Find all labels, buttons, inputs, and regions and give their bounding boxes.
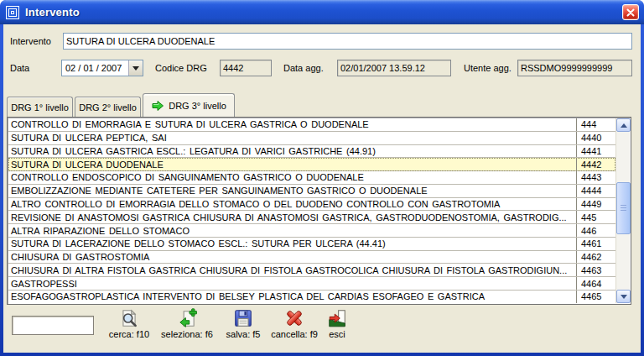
tab-drg-1-livello[interactable]: DRG 1° livello bbox=[7, 97, 73, 117]
data-agg-label: Data agg. bbox=[283, 63, 324, 73]
row-codice: 4461 bbox=[576, 238, 615, 250]
row-codice: 4465 bbox=[576, 291, 615, 303]
titlebar: Intervento bbox=[0, 0, 644, 24]
vertical-scrollbar[interactable] bbox=[615, 118, 630, 303]
row-descrizione: SUTURA DI ULCERA GASTRICA ESCL.: LEGATUR… bbox=[8, 146, 576, 156]
table-row[interactable]: ALTRA RIPARAZIONE DELLO STOMACO 446 bbox=[8, 224, 615, 238]
row-codice: 4443 bbox=[576, 171, 615, 184]
codice-drg-field: 4442 bbox=[220, 60, 272, 76]
table-row[interactable]: CHIUSURA DI ALTRA FISTOLA GASTRICA CHIUS… bbox=[8, 264, 615, 277]
row-descrizione: CONTROLLO ENDOSCOPICO DI SANGUINAMENTO G… bbox=[8, 172, 576, 182]
data-dropdown-button[interactable] bbox=[128, 60, 143, 76]
green-arrow-right-icon bbox=[151, 99, 164, 113]
arrow-down-icon bbox=[621, 295, 627, 299]
esci-button[interactable]: esci bbox=[321, 308, 353, 345]
window-title: Intervento bbox=[25, 6, 80, 18]
row-descrizione: CHIUSURA DI ALTRA FISTOLA GASTRICA CHIUS… bbox=[8, 265, 576, 275]
cancella-button[interactable]: cancella: f9 bbox=[267, 308, 322, 345]
table-row[interactable]: GASTROPESSI 4464 bbox=[8, 277, 615, 291]
exit-icon bbox=[327, 308, 347, 328]
row-descrizione: CHIUSURA DI GASTROSTOMIA bbox=[8, 252, 576, 262]
row-codice: 4441 bbox=[576, 145, 615, 158]
close-icon bbox=[626, 8, 636, 18]
row-descrizione: EMBOLIZZAZIONE MEDIANTE CATETERE PER SAN… bbox=[8, 186, 576, 196]
row-codice: 4442 bbox=[576, 158, 615, 170]
tab-label: DRG 3° livello bbox=[169, 101, 226, 111]
drg-table: CONTROLLO DI EMORRAGIA E SUTURA DI ULCER… bbox=[7, 117, 631, 305]
seleziona-button[interactable]: seleziona: f6 bbox=[158, 308, 216, 345]
select-icon bbox=[177, 308, 197, 328]
codice-drg-label: Codice DRG bbox=[155, 63, 207, 73]
row-descrizione: ALTRO CONTROLLO DI EMORRAGIA DELLO STOMA… bbox=[8, 199, 576, 209]
intervento-label: Intervento bbox=[10, 36, 51, 46]
tab-label: DRG 1° livello bbox=[11, 102, 69, 113]
table-row[interactable]: SUTURA DI LACERAZIONE DELLO STOMACO ESCL… bbox=[8, 238, 615, 251]
cerca-label: cerca: f10 bbox=[109, 329, 149, 339]
seleziona-label: seleziona: f6 bbox=[161, 329, 213, 339]
row-descrizione: SUTURA DI LACERAZIONE DELLO STOMACO ESCL… bbox=[8, 238, 576, 249]
salva-label: salva: f5 bbox=[226, 329, 261, 339]
row-codice: 4463 bbox=[576, 264, 615, 276]
window-body: Intervento Data 02 / 01 / 2007 Codice DR… bbox=[3, 24, 641, 353]
app-icon bbox=[6, 6, 19, 19]
row-descrizione: CONTROLLO DI EMORRAGIA E SUTURA DI ULCER… bbox=[8, 119, 576, 129]
table-row[interactable]: SUTURA DI ULCERA DUODENALE 4442 bbox=[8, 158, 615, 171]
table-row[interactable]: SUTURA DI ULCERA GASTRICA ESCL.: LEGATUR… bbox=[8, 145, 615, 159]
table-row[interactable]: CONTROLLO DI EMORRAGIA E SUTURA DI ULCER… bbox=[8, 118, 615, 132]
drg-table-body: CONTROLLO DI EMORRAGIA E SUTURA DI ULCER… bbox=[8, 118, 615, 303]
row-codice: 445 bbox=[576, 211, 615, 223]
intervento-window: Intervento Intervento Data 02 / 01 / 200… bbox=[0, 0, 644, 356]
utente-agg-label: Utente agg. bbox=[464, 63, 512, 73]
row-codice: 446 bbox=[576, 224, 615, 237]
arrow-up-icon bbox=[621, 123, 627, 128]
search-icon bbox=[119, 308, 139, 328]
row-codice: 444 bbox=[576, 118, 615, 131]
row-codice: 4449 bbox=[576, 198, 615, 211]
intervento-input[interactable] bbox=[63, 33, 632, 50]
data-label: Data bbox=[10, 63, 29, 73]
save-icon bbox=[233, 308, 253, 328]
table-row[interactable]: EMBOLIZZAZIONE MEDIANTE CATETERE PER SAN… bbox=[8, 185, 615, 198]
table-row[interactable]: REVISIONE DI ANASTOMOSI GASTRICA CHIUSUR… bbox=[8, 211, 615, 224]
utente-agg-field: RSSDMO9999999999 bbox=[517, 60, 632, 76]
scroll-up-button[interactable] bbox=[616, 118, 631, 132]
row-descrizione: ESOFAGOGASTROPLASTICA INTERVENTO DI BELS… bbox=[8, 291, 576, 301]
data-value: 02 / 01 / 2007 bbox=[62, 60, 128, 76]
close-button[interactable] bbox=[622, 4, 639, 20]
data-agg-field: 02/01/2007 13.59.12 bbox=[337, 60, 451, 76]
scroll-down-button[interactable] bbox=[616, 290, 631, 303]
table-row[interactable]: CHIUSURA DI GASTROSTOMIA 4462 bbox=[8, 251, 615, 264]
scrollbar-thumb[interactable] bbox=[616, 182, 631, 234]
tab-drg-2-livello[interactable]: DRG 2° livello bbox=[75, 97, 141, 117]
salva-button[interactable]: salva: f5 bbox=[222, 308, 264, 345]
tab-label: DRG 2° livello bbox=[79, 102, 137, 113]
chevron-down-icon bbox=[132, 66, 139, 71]
row-codice: 4462 bbox=[576, 251, 615, 264]
data-combobox[interactable]: 02 / 01 / 2007 bbox=[61, 60, 143, 76]
table-row[interactable]: SUTURA DI ULCERA PEPTICA, SAI 4440 bbox=[8, 132, 615, 145]
cerca-button[interactable]: cerca: f10 bbox=[103, 308, 155, 345]
table-row[interactable]: CONTROLLO ENDOSCOPICO DI SANGUINAMENTO G… bbox=[8, 171, 615, 185]
row-codice: 4464 bbox=[576, 277, 615, 290]
search-input[interactable] bbox=[12, 316, 94, 335]
delete-icon bbox=[284, 308, 304, 328]
row-descrizione: ALTRA RIPARAZIONE DELLO STOMACO bbox=[8, 226, 576, 236]
row-codice: 4444 bbox=[576, 185, 615, 197]
row-descrizione: SUTURA DI ULCERA DUODENALE bbox=[8, 160, 576, 170]
esci-label: esci bbox=[329, 329, 345, 339]
table-row[interactable]: ESOFAGOGASTROPLASTICA INTERVENTO DI BELS… bbox=[8, 291, 615, 303]
row-descrizione: REVISIONE DI ANASTOMOSI GASTRICA CHIUSUR… bbox=[8, 212, 576, 222]
cancella-label: cancella: f9 bbox=[271, 329, 318, 339]
table-row[interactable]: ALTRO CONTROLLO DI EMORRAGIA DELLO STOMA… bbox=[8, 198, 615, 212]
tab-drg-3-livello[interactable]: DRG 3° livello bbox=[143, 93, 235, 117]
row-codice: 4440 bbox=[576, 132, 615, 144]
row-descrizione: SUTURA DI ULCERA PEPTICA, SAI bbox=[8, 133, 576, 143]
row-descrizione: GASTROPESSI bbox=[8, 279, 576, 289]
